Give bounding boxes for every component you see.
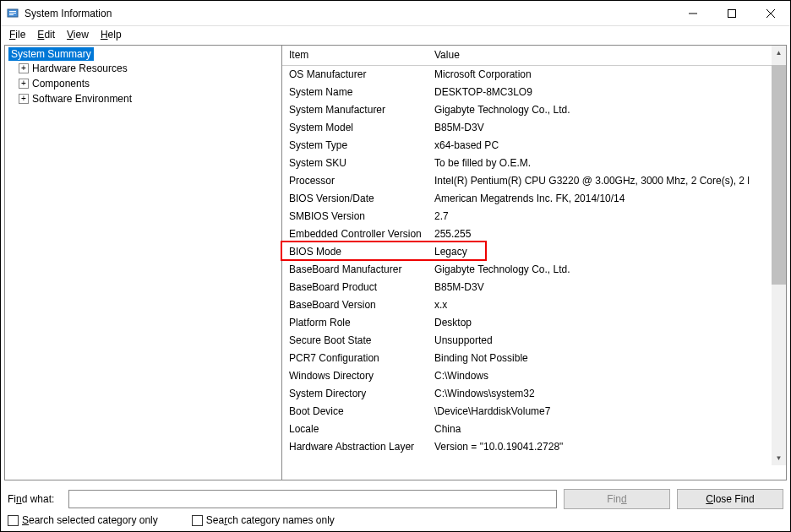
table-cell-value[interactable]: Version = "10.0.19041.2728" — [428, 438, 786, 456]
table-cell-item[interactable]: BaseBoard Manufacturer — [282, 261, 428, 279]
table-cell-value[interactable]: 2.7 — [428, 208, 786, 225]
expand-icon[interactable]: + — [19, 63, 29, 73]
expand-icon[interactable]: + — [19, 79, 29, 89]
find-label: Find what: — [8, 493, 62, 505]
scroll-down-icon[interactable]: ▼ — [772, 451, 786, 465]
search-selected-checkbox[interactable]: Search selected category only — [8, 514, 158, 526]
content-area: System Summary +Hardware Resources+Compo… — [4, 45, 787, 480]
table-cell-value[interactable]: American Megatrends Inc. FK, 2014/10/14 — [428, 190, 786, 208]
find-button[interactable]: Find — [564, 489, 670, 509]
search-names-checkbox[interactable]: Search category names only — [192, 514, 335, 526]
vertical-scrollbar[interactable]: ▲ ▼ — [772, 46, 786, 465]
table-cell-item[interactable]: BIOS Mode — [282, 243, 428, 261]
menu-help[interactable]: Help — [95, 27, 127, 42]
category-tree[interactable]: System Summary +Hardware Resources+Compo… — [5, 46, 282, 480]
titlebar[interactable]: System Information — [1, 1, 790, 26]
table-cell-item[interactable]: System Name — [282, 84, 428, 101]
table-cell-value[interactable]: C:\Windows\system32 — [428, 385, 786, 403]
menu-edit[interactable]: Edit — [32, 27, 60, 42]
scroll-up-icon[interactable]: ▲ — [772, 46, 786, 60]
table-cell-item[interactable]: System Type — [282, 137, 428, 155]
svg-rect-5 — [728, 9, 736, 17]
table-cell-value[interactable]: Gigabyte Technology Co., Ltd. — [428, 261, 786, 279]
table-cell-value[interactable]: x.x — [428, 296, 786, 314]
table-cell-item[interactable]: Processor — [282, 172, 428, 190]
tree-item[interactable]: +Components — [7, 76, 280, 91]
table-cell-value[interactable]: Gigabyte Technology Co., Ltd. — [428, 101, 786, 119]
table-cell-item[interactable]: System Directory — [282, 385, 428, 403]
minimize-button[interactable] — [674, 1, 712, 26]
table-cell-item[interactable]: System Manufacturer — [282, 101, 428, 119]
table-cell-item[interactable]: BIOS Version/Date — [282, 190, 428, 208]
svg-rect-2 — [9, 13, 16, 14]
table-cell-item[interactable]: Boot Device — [282, 403, 428, 421]
column-header-value[interactable]: Value — [428, 46, 786, 66]
table-cell-item[interactable]: BaseBoard Product — [282, 279, 428, 296]
tree-item-label: Hardware Resources — [32, 62, 128, 74]
checkbox-icon — [8, 515, 19, 526]
svg-rect-1 — [9, 11, 16, 12]
table-cell-item[interactable]: Secure Boot State — [282, 332, 428, 350]
table-cell-value[interactable]: Desktop — [428, 314, 786, 332]
close-button[interactable] — [751, 1, 790, 26]
table-cell-value[interactable]: B85M-D3V — [428, 119, 786, 137]
window: System Information File Edit View Help S… — [0, 0, 791, 532]
table-cell-item[interactable]: OS Manufacturer — [282, 66, 428, 84]
table-cell-item[interactable]: SMBIOS Version — [282, 208, 428, 225]
menu-file[interactable]: File — [4, 27, 30, 42]
tree-root-selected[interactable]: System Summary — [8, 47, 94, 61]
table-cell-value[interactable]: Legacy — [428, 243, 786, 261]
app-icon — [6, 7, 19, 20]
window-title: System Information — [25, 8, 674, 19]
tree-item[interactable]: +Hardware Resources — [7, 61, 280, 76]
table-cell-item[interactable]: Locale — [282, 421, 428, 438]
table-cell-value[interactable]: Intel(R) Pentium(R) CPU G3220 @ 3.00GHz,… — [428, 172, 786, 190]
checkbox-icon — [192, 515, 203, 526]
table-cell-value[interactable]: To be filled by O.E.M. — [428, 155, 786, 172]
table-cell-item[interactable]: PCR7 Configuration — [282, 350, 428, 367]
table-scroll[interactable]: Item OS ManufacturerSystem NameSystem Ma… — [282, 46, 786, 480]
find-input[interactable] — [68, 490, 557, 508]
tree-item-label: Software Environment — [32, 93, 132, 105]
svg-rect-3 — [9, 14, 14, 15]
table-cell-value[interactable]: Microsoft Corporation — [428, 66, 786, 84]
column-header-item[interactable]: Item — [282, 46, 428, 66]
table-cell-item[interactable]: Windows Directory — [282, 367, 428, 385]
table-cell-value[interactable]: B85M-D3V — [428, 279, 786, 296]
tree-item[interactable]: +Software Environment — [7, 91, 280, 106]
find-panel: Find what: Find Close Find Search select… — [1, 484, 790, 531]
menubar: File Edit View Help — [1, 26, 790, 43]
table-cell-item[interactable]: BaseBoard Version — [282, 296, 428, 314]
table-cell-item[interactable]: Hardware Abstraction Layer — [282, 438, 428, 456]
table-cell-value[interactable]: Binding Not Possible — [428, 350, 786, 367]
tree-item-label: Components — [32, 78, 90, 90]
table-cell-value[interactable]: DESKTOP-8MC3LO9 — [428, 84, 786, 101]
table-cell-value[interactable]: C:\Windows — [428, 367, 786, 385]
close-find-button[interactable]: Close Find — [677, 489, 783, 509]
table-cell-item[interactable]: System Model — [282, 119, 428, 137]
scrollbar-thumb[interactable] — [772, 65, 786, 285]
expand-icon[interactable]: + — [19, 94, 29, 104]
menu-view[interactable]: View — [62, 27, 94, 42]
table-cell-item[interactable]: Embedded Controller Version — [282, 225, 428, 243]
table-cell-value[interactable]: \Device\HarddiskVolume7 — [428, 403, 786, 421]
table-cell-value[interactable]: 255.255 — [428, 225, 786, 243]
table-cell-value[interactable]: Unsupported — [428, 332, 786, 350]
table-cell-item[interactable]: System SKU — [282, 155, 428, 172]
table-cell-value[interactable]: x64-based PC — [428, 137, 786, 155]
table-cell-value[interactable]: China — [428, 421, 786, 438]
table-cell-item[interactable]: Platform Role — [282, 314, 428, 332]
details-pane: Item OS ManufacturerSystem NameSystem Ma… — [282, 46, 786, 480]
maximize-button[interactable] — [712, 1, 751, 26]
